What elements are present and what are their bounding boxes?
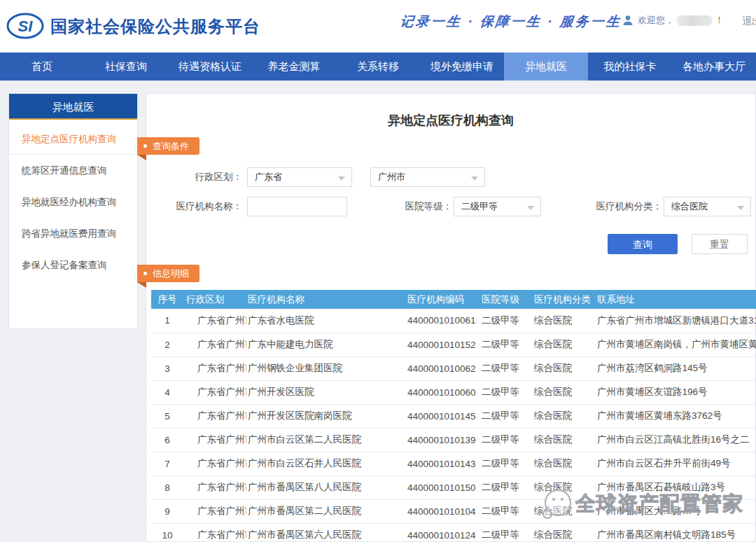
table-row: 3广东省广州市广州钢铁企业集团医院4400001010062二级甲等综合医院广州…	[151, 356, 756, 380]
table-row: 7广东省广州市广州市白云区石井人民医院4400001010143二级甲等综合医院…	[151, 452, 756, 475]
table-cell: 广东省广州市	[183, 333, 246, 356]
table-cell: 广东省广州市增城区新塘镇港口大道312号	[592, 309, 756, 333]
logout-link[interactable]: 退出	[742, 15, 756, 28]
table-cell: 广东省广州市	[183, 475, 246, 499]
bullet-icon	[144, 144, 147, 148]
table-cell: 4400001010139	[393, 428, 477, 452]
province-select[interactable]: 广东省	[247, 167, 352, 187]
table-cell: 广州开发区医院	[246, 380, 393, 404]
table-cell: 综合医院	[530, 523, 592, 542]
sidebar-item[interactable]: 异地就医经办机构查询	[9, 186, 137, 218]
hospital-level-select[interactable]: 二级甲等	[454, 197, 541, 216]
site-title: 国家社会保险公共服务平台	[50, 15, 260, 38]
chevron-down-icon	[527, 206, 534, 210]
table-row: 10广东省广州市广州市番禺区第六人民医院4400001010124二级甲等综合医…	[151, 523, 756, 542]
table-cell: 广州市番禺区第二人民医院	[246, 499, 393, 523]
column-header: 行政区划	[183, 290, 246, 309]
region-label: 行政区划：	[146, 167, 242, 187]
table-row: 8广东省广州市广州市番禺区第八人民医院4400001010150二级甲等综合医院…	[151, 475, 756, 499]
nav-item-首页[interactable]: 首页	[0, 53, 84, 81]
table-cell: 4400001010145	[393, 404, 477, 428]
info-detail-label: 信息明细	[153, 268, 189, 279]
table-row: 9广东省广州市广州市番禺区第二人民医院4400001010104二级甲等综合医院…	[151, 499, 756, 523]
table-cell: 二级甲等	[477, 309, 530, 333]
table-cell: 广东省广州市	[183, 428, 246, 452]
table-cell: 广州市番禺区大…路…号	[592, 499, 756, 523]
column-header: 医疗机构编码	[393, 290, 477, 309]
nav-item-养老金测算[interactable]: 养老金测算	[252, 53, 336, 81]
nav-item-社保查询[interactable]: 社保查询	[84, 53, 168, 81]
nav-item-关系转移[interactable]: 关系转移	[336, 53, 420, 81]
table-cell: 二级甲等	[477, 404, 530, 428]
table-cell: 广东省广州市	[183, 380, 246, 404]
bullet-icon	[144, 272, 147, 275]
table-cell: 4400001010152	[393, 333, 477, 356]
results-table: 序号行政区划医疗机构名称医疗机构编码医院等级医疗机构分类联系地址 1广东省广州市…	[151, 290, 756, 542]
ribbon-fold	[137, 282, 146, 288]
table-cell: 综合医院	[530, 333, 592, 356]
hospital-level-label: 医院等级：	[389, 197, 452, 216]
table-cell: 4400001010124	[393, 523, 477, 542]
table-cell: 3	[151, 356, 183, 380]
sidebar: 异地就医 异地定点医疗机构查询统筹区开通信息查询异地就医经办机构查询跨省异地就医…	[8, 93, 138, 329]
sidebar-item[interactable]: 参保人登记备案查询	[9, 249, 137, 281]
table-cell: 广东中能建电力医院	[246, 333, 393, 356]
nav-item-我的社保卡[interactable]: 我的社保卡	[588, 53, 672, 81]
table-cell: 综合医院	[530, 356, 592, 380]
table-cell: 广东省广州市	[183, 523, 246, 542]
table-cell: 广州市白云区江高镇北胜街16号之二	[592, 428, 756, 452]
table-cell: 广州市白云区石井升平前街49号	[592, 452, 756, 475]
hospital-level-value: 二级甲等	[461, 201, 498, 211]
nav-item-各地办事大厅[interactable]: 各地办事大厅	[672, 53, 756, 81]
table-cell: 广州市番禺区石碁镇岐山路3号	[592, 475, 756, 499]
table-cell: 4400001010150	[393, 475, 477, 499]
table-cell: 广州市番禺区南村镇文明路185号	[592, 523, 756, 542]
search-button[interactable]: 查询	[608, 234, 678, 254]
city-select[interactable]: 广州市	[370, 167, 485, 187]
sidebar-item[interactable]: 跨省异地就医费用查询	[9, 218, 137, 249]
org-type-label: 医疗机构分类：	[571, 197, 662, 216]
nav-item-境外免缴申请[interactable]: 境外免缴申请	[420, 53, 504, 81]
table-cell: 二级甲等	[477, 523, 530, 542]
column-header: 医疗机构分类	[530, 290, 592, 309]
reset-button[interactable]: 重置	[692, 234, 748, 254]
sidebar-item[interactable]: 统筹区开通信息查询	[9, 155, 137, 186]
table-cell: 二级甲等	[477, 452, 530, 475]
site-slogan: 记录一生 · 保障一生 · 服务一生	[400, 13, 623, 31]
table-cell: 广州钢铁企业集团医院	[246, 356, 393, 380]
table-cell: 综合医院	[530, 380, 592, 404]
page: { "header": { "logo_text": "SI", "site_t…	[0, 0, 756, 542]
table-row: 2广东省广州市广东中能建电力医院4400001010152二级甲等综合医院广州市…	[151, 333, 756, 356]
sidebar-title: 异地就医	[9, 94, 137, 120]
table-cell: 广州开发区医院南岗医院	[246, 404, 393, 428]
table-cell: 二级甲等	[477, 499, 530, 523]
table-cell: 6	[151, 428, 183, 452]
site-logo-icon: SI	[6, 11, 45, 41]
table-cell: 4	[151, 380, 183, 404]
table-cell: 二级甲等	[477, 333, 530, 356]
org-type-value: 综合医院	[671, 201, 708, 211]
org-type-select[interactable]: 综合医院	[664, 197, 751, 216]
table-cell: 广东省广州市	[183, 499, 246, 523]
table-cell: 4400001010060	[393, 380, 477, 404]
table-cell: 5	[151, 404, 183, 428]
table-cell: 4400001010061	[393, 309, 477, 333]
content-area: 异地就医 异地定点医疗机构查询统筹区开通信息查询异地就医经办机构查询跨省异地就医…	[0, 81, 756, 542]
svg-text:SI: SI	[18, 18, 34, 35]
table-cell: 二级甲等	[477, 380, 530, 404]
column-header: 医院等级	[477, 290, 530, 309]
org-name-label: 医疗机构名称：	[146, 197, 242, 216]
table-cell: 广州市黄埔区黄埔东路3762号	[592, 404, 756, 428]
nav-item-待遇资格认证[interactable]: 待遇资格认证	[168, 53, 252, 81]
nav-item-异地就医[interactable]: 异地就医	[504, 53, 588, 81]
table-cell: 9	[151, 499, 183, 523]
table-cell: 二级甲等	[477, 356, 530, 380]
sidebar-item[interactable]: 异地定点医疗机构查询	[9, 123, 137, 155]
province-value: 广东省	[255, 172, 282, 182]
table-cell: 综合医院	[530, 404, 592, 428]
table-cell: 广州市白云区石井人民医院	[246, 452, 393, 475]
table-cell: 广东省广州市	[183, 309, 246, 333]
table-row: 6广东省广州市广州市白云区第二人民医院4400001010139二级甲等综合医院…	[151, 428, 756, 452]
welcome-suffix: ！	[715, 14, 724, 27]
org-name-input[interactable]	[247, 197, 347, 216]
